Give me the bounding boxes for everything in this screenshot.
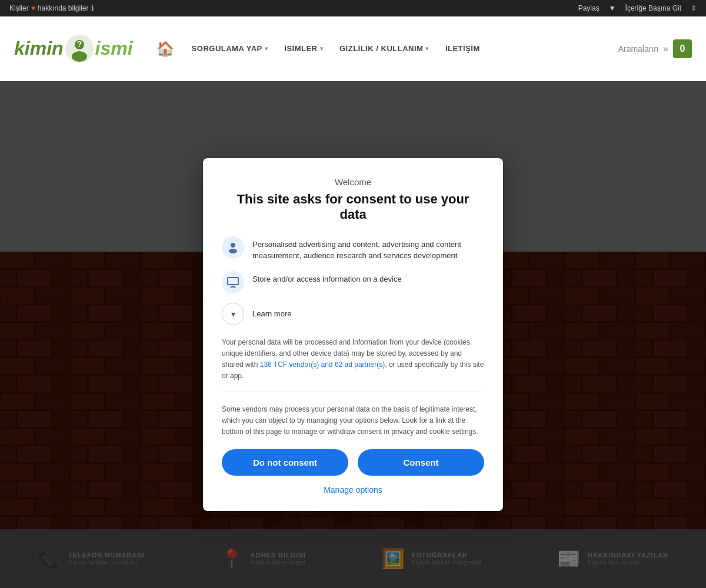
- learn-more-item: ▾ Learn more: [222, 303, 484, 325]
- consent-modal: Welcome This site asks for consent to us…: [203, 158, 503, 511]
- isimler-chevron: ▾: [320, 45, 324, 52]
- modal-divider: [222, 392, 484, 392]
- top-bar-right: Paylaş ▼ İçeriğe Başına Git ⇕: [578, 4, 697, 12]
- consent-item-2: Store and/or access information on a dev…: [222, 271, 484, 293]
- consent-text-2: Store and/or access information on a dev…: [252, 271, 402, 285]
- search-arrow-icon: »: [663, 44, 668, 54]
- logo-kimin: kimin: [14, 38, 64, 59]
- main-content: İSİ RU Kiminismi.com aradığınız kişi ile…: [0, 81, 706, 588]
- modal-overlay: Welcome This site asks for consent to us…: [0, 81, 706, 588]
- modal-welcome: Welcome: [222, 177, 484, 187]
- share-chevron: ▼: [609, 4, 616, 12]
- nav-isimler[interactable]: İSİMLER ▾: [276, 44, 331, 53]
- learn-more-button[interactable]: ▾: [222, 303, 244, 325]
- svg-rect-16: [230, 287, 236, 288]
- nav-sorgulama[interactable]: SORGULAMA YAP ▾: [184, 44, 277, 53]
- search-area: Aramaların » 0: [618, 39, 692, 58]
- main-nav: 🏠 SORGULAMA YAP ▾ İSİMLER ▾ GİZLİLİK / K…: [156, 41, 618, 57]
- header: kimin ? ismi 🏠 SORGULAMA YAP ▾ İSİMLER ▾…: [0, 16, 706, 81]
- top-bar-left: Kişiler ♥ hakkında bilgiler ℹ: [9, 4, 94, 12]
- tcf-vendors-link[interactable]: 136 TCF vendor(s) and 62 ad partner(s): [260, 360, 385, 369]
- svg-rect-15: [231, 286, 235, 287]
- goto-icon: ⇕: [691, 4, 697, 12]
- logo-icon: ?: [65, 34, 94, 64]
- svg-rect-14: [228, 278, 238, 285]
- svg-point-2: [72, 51, 87, 62]
- sorgulama-chevron: ▾: [265, 45, 268, 52]
- gizlilik-chevron: ▾: [425, 45, 429, 52]
- svg-point-13: [229, 249, 237, 253]
- person-icon: [222, 236, 244, 259]
- svg-point-12: [231, 243, 235, 248]
- monitor-icon: [222, 271, 244, 293]
- logo: kimin ? ismi: [14, 34, 133, 64]
- svg-text:?: ?: [76, 39, 82, 49]
- top-bar-info-icon: ℹ: [91, 4, 94, 12]
- learn-more-label: Learn more: [252, 309, 291, 318]
- top-bar: Kişiler ♥ hakkında bilgiler ℹ Paylaş ▼ İ…: [0, 0, 706, 16]
- top-bar-people-text: Kişiler: [9, 4, 29, 12]
- consent-item-1: Personalised advertising and content, ad…: [222, 236, 484, 262]
- manage-options-link[interactable]: Manage options: [222, 485, 484, 495]
- search-label: Aramaların: [618, 44, 658, 54]
- goto-content[interactable]: İçeriğe Başına Git: [625, 4, 681, 12]
- nav-home[interactable]: 🏠: [156, 41, 174, 57]
- heart-icon: ♥: [31, 4, 35, 12]
- consent-text-1: Personalised advertising and content, ad…: [252, 236, 484, 262]
- consent-button[interactable]: Consent: [358, 449, 484, 476]
- modal-buttons: Do not consent Consent: [222, 449, 484, 476]
- logo-ismi: ismi: [95, 38, 133, 59]
- nav-gizlilik[interactable]: GİZLİLİK / KULLANIM ▾: [331, 44, 437, 53]
- nav-iletisim[interactable]: İLETİŞİM: [437, 44, 488, 53]
- search-count-badge[interactable]: 0: [673, 39, 692, 58]
- top-bar-suffix: hakkında bilgiler: [38, 4, 89, 12]
- do-not-consent-button[interactable]: Do not consent: [222, 449, 348, 476]
- share-button[interactable]: Paylaş: [578, 4, 600, 12]
- modal-title: This site asks for consent to use your d…: [222, 192, 484, 222]
- modal-description-2: Some vendors may process your personal d…: [222, 404, 484, 438]
- modal-description-1: Your personal data will be processed and…: [222, 337, 484, 382]
